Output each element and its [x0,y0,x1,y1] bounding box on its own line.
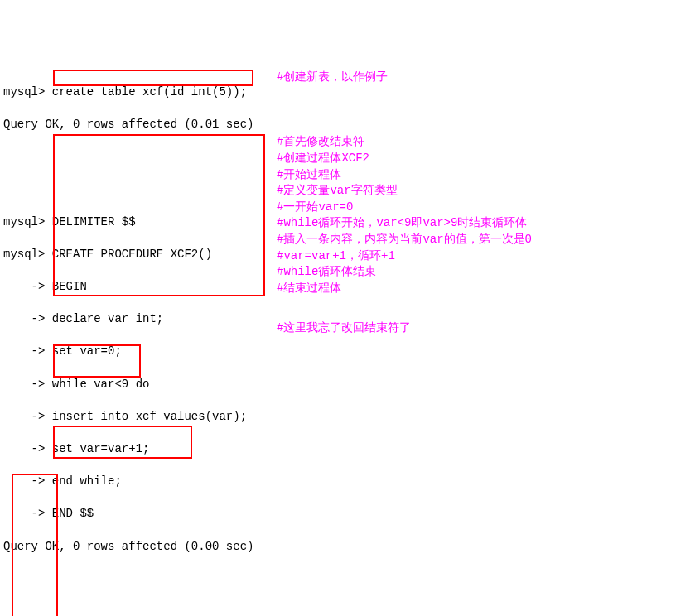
end-while-cmd: end while; [52,474,122,488]
proc-line-6: -> while var<9 do [3,377,692,393]
continuation-prompt: -> [3,312,52,325]
continuation-prompt: -> [3,344,52,358]
comment-insert: #插入一条内容，内容为当前var的值，第一次是0 [277,232,532,248]
query-ok-1: Query OK, 0 rows affected (0.01 sec) [3,117,692,133]
continuation-prompt: -> [3,410,52,423]
comment-begin: #开始过程体 [277,167,341,184]
comment-inc: #var=var+1，循环+1 [277,248,395,265]
highlight-box-create [53,70,253,86]
comment-while: #while循环开始，var<9即var>9时结束循环体 [277,215,527,232]
continuation-prompt: -> [3,280,52,293]
comment-delimiter: #首先修改结束符 [277,134,364,151]
comment-endwhile: #while循环体结束 [277,264,376,281]
comment-create-proc: #创建过程体XCF2 [277,151,369,167]
continuation-prompt: -> [3,442,52,455]
comment-create-table: #创建新表，以作例子 [277,70,388,86]
comment-forgot: #这里我忘了改回结束符了 [277,320,411,337]
comment-end: #结束过程体 [277,281,341,297]
declare-cmd: declare var int; [52,312,163,325]
mysql-prompt: mysql> [3,215,52,229]
end-cmd: END $$ [52,507,94,520]
mysql-prompt: mysql> [3,248,52,261]
comment-setvar: #一开始var=0 [277,200,353,216]
line-create-table: mysql> create table xcf(id int(5)); [3,84,692,101]
proc-line-7: -> insert into xcf values(var); [3,409,692,426]
proc-line-10: -> END $$ [3,506,692,522]
blank-line [3,571,692,588]
blank-line [3,604,692,616]
terminal-output: mysql> create table xcf(id int(5)); Quer… [3,68,692,616]
comment-declare: #定义变量var字符类型 [277,183,398,200]
proc-line-9: -> end while; [3,474,692,490]
highlight-box-select [53,426,192,459]
while-cmd: while var<9 do [52,378,150,391]
create-table-cmd: create table xcf(id int(5)); [52,85,247,99]
highlight-box-procedure [53,134,265,296]
highlight-box-call [53,344,141,378]
mysql-prompt: mysql> [3,85,52,99]
highlight-box-results [12,474,58,616]
insert-cmd: insert into xcf values(var); [52,410,247,423]
continuation-prompt: -> [3,378,52,391]
query-ok-2: Query OK, 0 rows affected (0.00 sec) [3,539,692,556]
